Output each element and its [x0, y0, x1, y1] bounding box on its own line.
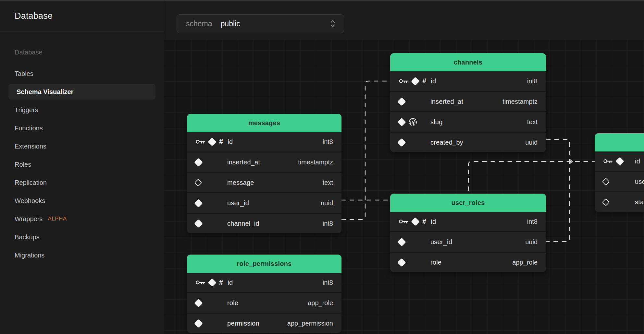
edge-channels-created-by-to-user-roles-user-id	[546, 139, 570, 242]
table-row: user_id uuid	[390, 231, 546, 252]
edge-messages-channel-id-to-channels-id	[341, 81, 390, 220]
table-row: id int8	[390, 71, 546, 91]
table-header: messages	[187, 114, 341, 132]
number-type-icon	[219, 278, 223, 287]
number-type-icon	[422, 77, 426, 85]
not-null-diamond-icon	[194, 299, 203, 307]
table-header	[595, 133, 644, 151]
primary-key-icon	[195, 280, 205, 285]
table-title: role_permissions	[237, 260, 292, 268]
not-null-diamond-icon	[397, 258, 406, 267]
not-null-diamond-icon	[397, 238, 406, 246]
table-node-user-roles[interactable]: user_roles id int8 user_id uuid role app…	[390, 194, 546, 272]
table-row: id int8	[390, 212, 546, 231]
sidebar-item-backups[interactable]: Backups	[6, 228, 157, 246]
table-body: id int8 user_id uuid role app_role	[390, 212, 546, 272]
sidebar-item-tables[interactable]: Tables	[6, 65, 157, 83]
not-null-diamond-icon	[397, 138, 406, 147]
schema-canvas[interactable]: channels id int8 inserted_at timestamptz…	[164, 40, 644, 334]
unique-fingerprint-icon	[409, 118, 417, 126]
table-row: user_id uuid	[187, 192, 341, 213]
not-null-diamond-icon	[397, 97, 406, 106]
sidebar-item-roles[interactable]: Roles	[6, 155, 157, 173]
sidebar: Database Database Tables Schema Visualiz…	[0, 1, 164, 334]
number-type-icon	[422, 217, 426, 226]
table-row: created_by uuid	[390, 132, 546, 152]
nullable-diamond-icon	[602, 198, 610, 206]
not-null-diamond-icon	[397, 118, 406, 126]
not-null-diamond-icon	[194, 319, 203, 328]
not-null-diamond-icon	[411, 77, 420, 86]
table-row: channel_id int8	[187, 213, 341, 233]
table-body: id int8 role app_role permission app_per…	[187, 273, 341, 333]
primary-key-icon	[399, 78, 408, 84]
table-title: messages	[248, 119, 280, 127]
table-row: inserted_at timestamptz	[187, 151, 341, 172]
nullable-diamond-icon	[194, 179, 202, 186]
sidebar-item-schema-visualizer[interactable]: Schema Visualizer	[8, 84, 155, 100]
number-type-icon	[219, 137, 223, 146]
table-node-partial-right[interactable]: id use sta	[595, 133, 644, 212]
sidebar-item-extensions[interactable]: Extensions	[6, 137, 157, 155]
table-row: inserted_at timestamptz	[390, 91, 546, 111]
primary-key-icon	[399, 219, 408, 224]
sidebar-item-functions[interactable]: Functions	[6, 119, 157, 137]
table-header: role_permissions	[187, 255, 341, 273]
sidebar-item-webhooks[interactable]: Webhooks	[6, 192, 157, 210]
not-null-diamond-icon	[194, 158, 203, 167]
table-header: channels	[390, 53, 546, 71]
schema-select-label: schema	[186, 19, 212, 28]
not-null-diamond-icon	[194, 219, 203, 228]
schema-select-value: public	[221, 19, 329, 28]
table-node-role-permissions[interactable]: role_permissions id int8 role app_role p…	[187, 255, 341, 333]
table-row: role app_role	[390, 252, 546, 272]
table-row: sta	[595, 191, 644, 212]
sidebar-item-migrations[interactable]: Migrations	[6, 246, 157, 264]
sidebar-item-wrappers[interactable]: Wrappers ALPHA	[6, 210, 157, 228]
not-null-diamond-icon	[208, 137, 217, 146]
primary-key-icon	[195, 139, 205, 145]
table-row: id int8	[187, 132, 341, 151]
sidebar-item-triggers[interactable]: Triggers	[6, 101, 157, 119]
table-row: id int8	[187, 273, 341, 292]
schema-select-dropdown[interactable]: schema public	[177, 14, 344, 33]
table-title: user_roles	[451, 199, 485, 207]
sidebar-header: Database	[0, 1, 164, 32]
table-header: user_roles	[390, 194, 546, 212]
table-body: id use sta	[595, 151, 644, 212]
table-body: id int8 inserted_at timestamptz message …	[187, 132, 341, 233]
table-row: role app_role	[187, 292, 341, 313]
table-body: id int8 inserted_at timestamptz slug tex…	[390, 71, 546, 152]
alpha-badge: ALPHA	[48, 216, 67, 222]
schema-visualizer-page: Database Database Tables Schema Visualiz…	[0, 0, 644, 334]
not-null-diamond-icon	[208, 278, 217, 287]
sidebar-section-label: Database	[6, 49, 157, 56]
not-null-diamond-icon	[194, 199, 203, 208]
page-title: Database	[15, 11, 53, 21]
table-row: permission app_permission	[187, 313, 341, 333]
nullable-diamond-icon	[602, 178, 610, 185]
sidebar-nav: Database Tables Schema Visualizer Trigge…	[0, 32, 164, 264]
table-node-messages[interactable]: messages id int8 inserted_at timestamptz…	[187, 114, 341, 233]
table-row: use	[595, 171, 644, 191]
primary-key-icon	[603, 159, 613, 164]
sidebar-item-replication[interactable]: Replication	[6, 173, 157, 192]
table-node-channels[interactable]: channels id int8 inserted_at timestamptz…	[390, 53, 546, 152]
not-null-diamond-icon	[411, 217, 420, 226]
table-row: id	[595, 151, 644, 171]
toolbar: schema public	[165, 1, 644, 40]
table-row: slug text	[390, 111, 546, 132]
chevron-up-down-icon	[329, 19, 337, 29]
table-title: channels	[454, 59, 482, 66]
table-row: message text	[187, 172, 341, 192]
not-null-diamond-icon	[615, 157, 624, 166]
